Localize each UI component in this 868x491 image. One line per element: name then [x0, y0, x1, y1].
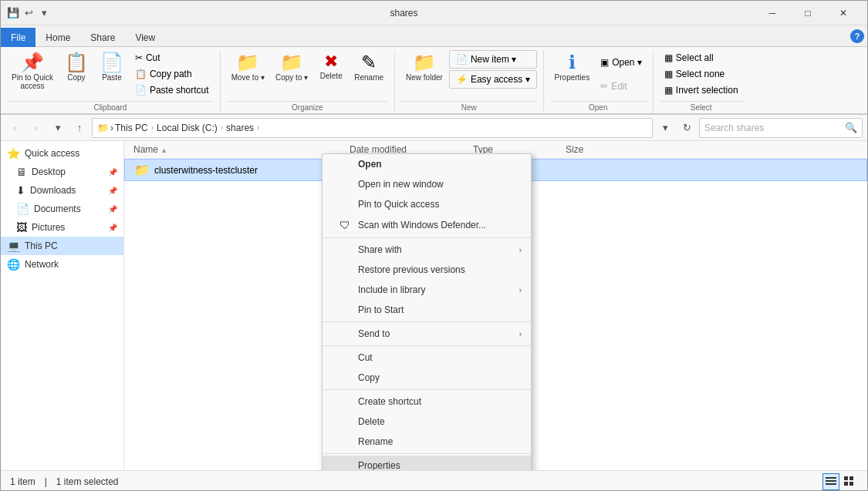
sidebar-item-downloads[interactable]: ⬇ Downloads 📌 [1, 181, 123, 200]
invert-icon: ▦ [664, 85, 673, 96]
refresh-button[interactable]: ↻ [677, 119, 696, 137]
select-all-icon: ▦ [664, 52, 673, 63]
cm-include-library[interactable]: Include in library › [323, 280, 531, 300]
paste-button[interactable]: 📄 Paste [95, 50, 129, 85]
copy-to-button[interactable]: 📁 Copy to ▾ [271, 50, 312, 85]
search-icon[interactable]: 🔍 [845, 122, 857, 133]
open-buttons: ℹ Properties ▣ Open ▾ ✏ Edit [550, 50, 647, 99]
select-buttons: ▦ Select all ▦ Select none ▦ Invert sele… [660, 50, 743, 99]
sidebar-item-this-pc[interactable]: 💻 This PC [1, 237, 123, 255]
invert-selection-button[interactable]: ▦ Invert selection [660, 83, 743, 97]
tab-file[interactable]: File [1, 28, 35, 47]
title-bar: 💾 ↩ ▾ shares ─ □ ✕ [1, 1, 867, 25]
paste-shortcut-icon: 📄 [135, 85, 147, 96]
select-none-icon: ▦ [664, 69, 673, 79]
cm-scan-defender[interactable]: 🛡 Scan with Windows Defender... [323, 214, 531, 236]
select-none-button[interactable]: ▦ Select none [660, 67, 743, 81]
nav-bar: ‹ › ▾ ↑ 📁 › This PC › Local Disk (C:) › … [1, 115, 867, 141]
status-bar: 1 item | 1 item selected [1, 470, 867, 491]
open-label: Open [550, 101, 647, 113]
move-to-button[interactable]: 📁 Move to ▾ [227, 50, 269, 85]
header-size[interactable]: Size [566, 144, 643, 155]
sidebar-item-pictures[interactable]: 🖼 Pictures 📌 [1, 218, 123, 237]
cm-separator-3 [323, 345, 531, 346]
recent-button[interactable]: ▾ [49, 119, 67, 137]
folder-icon-small: 📁 [97, 123, 109, 133]
properties-button[interactable]: ℹ Properties [550, 50, 595, 85]
sidebar-item-quick-access[interactable]: ⭐ Quick access [1, 144, 123, 163]
cm-properties[interactable]: Properties [323, 456, 531, 470]
this-pc-icon: 💻 [7, 240, 20, 252]
header-name[interactable]: Name ▲ [133, 144, 350, 155]
copy-path-icon: 📋 [135, 69, 147, 79]
sidebar: ⭐ Quick access 🖥 Desktop 📌 ⬇ Downloads 📌… [1, 141, 124, 470]
close-button[interactable]: ✕ [826, 1, 861, 25]
dropdown-icon[interactable]: ▾ [38, 7, 50, 19]
search-bar[interactable]: Search shares 🔍 [699, 118, 863, 138]
details-view-button[interactable] [822, 473, 839, 490]
cm-pin-start[interactable]: Pin to Start [323, 300, 531, 320]
crumb-this-pc[interactable]: This PC [115, 123, 148, 133]
pin-quick-access-button[interactable]: 📌 Pin to Quickaccess [7, 50, 58, 93]
copy-path-button[interactable]: 📋 Copy path [130, 67, 214, 81]
quick-access-icon: ⭐ [7, 147, 20, 160]
delete-button[interactable]: ✖ Delete [314, 50, 348, 83]
ribbon-group-select: ▦ Select all ▦ Select none ▦ Invert sele… [654, 50, 749, 113]
new-folder-button[interactable]: 📁 New folder [401, 50, 448, 85]
ribbon: 📌 Pin to Quickaccess 📋 Copy 📄 Paste ✂ Cu… [1, 47, 867, 115]
help-button[interactable]: ? [850, 29, 864, 43]
item-count: 1 item [10, 476, 35, 487]
clipboard-small-group: ✂ Cut 📋 Copy path 📄 Paste shortcut [130, 50, 214, 98]
minimize-button[interactable]: ─ [755, 1, 790, 25]
cm-pin-quick-access[interactable]: Pin to Quick access [323, 194, 531, 214]
svg-rect-5 [844, 482, 848, 486]
cut-button[interactable]: ✂ Cut [130, 51, 214, 65]
cm-create-shortcut[interactable]: Create shortcut [323, 392, 531, 412]
sidebar-item-desktop[interactable]: 🖥 Desktop 📌 [1, 163, 123, 181]
copy-icon: 📋 [65, 53, 88, 72]
forward-button[interactable]: › [27, 119, 46, 137]
main-area: ⭐ Quick access 🖥 Desktop 📌 ⬇ Downloads 📌… [1, 141, 867, 470]
cm-delete[interactable]: Delete [323, 412, 531, 432]
svg-rect-3 [844, 476, 848, 480]
crumb-local-disk[interactable]: Local Disk (C:) [157, 123, 218, 133]
cm-share-with[interactable]: Share with › [323, 240, 531, 260]
cm-rename[interactable]: Rename [323, 432, 531, 452]
view-toggle [822, 473, 858, 490]
maximize-button[interactable]: □ [790, 1, 826, 25]
cm-separator-2 [323, 321, 531, 322]
cm-open[interactable]: Open [323, 154, 531, 174]
crumb-shares[interactable]: shares [226, 123, 254, 133]
downloads-icon: ⬇ [16, 184, 25, 197]
edit-button[interactable]: ✏ Edit [596, 79, 647, 93]
open-button[interactable]: ▣ Open ▾ [596, 55, 647, 69]
cm-copy[interactable]: Copy [323, 368, 531, 388]
ribbon-group-new: 📁 New folder 📄 New item ▾ ⚡ Easy access … [395, 50, 544, 113]
tab-home[interactable]: Home [35, 28, 80, 47]
cm-send-to[interactable]: Send to › [323, 324, 531, 344]
cm-restore-prev[interactable]: Restore previous versions [323, 260, 531, 280]
paste-shortcut-button[interactable]: 📄 Paste shortcut [130, 83, 214, 97]
copy-button[interactable]: 📋 Copy [59, 50, 93, 85]
up-button[interactable]: ↑ [70, 119, 89, 137]
rename-button[interactable]: ✎ Rename [350, 50, 388, 85]
open-small-group: ▣ Open ▾ ✏ Edit [596, 50, 647, 98]
save-icon[interactable]: 💾 [7, 7, 19, 19]
details-view-icon [826, 476, 836, 487]
sidebar-item-network[interactable]: 🌐 Network [1, 255, 123, 274]
cm-open-new-window[interactable]: Open in new window [323, 174, 531, 194]
undo-icon[interactable]: ↩ [22, 7, 35, 19]
sidebar-item-documents[interactable]: 📄 Documents 📌 [1, 200, 123, 218]
select-all-button[interactable]: ▦ Select all [660, 51, 743, 65]
address-bar[interactable]: 📁 › This PC › Local Disk (C:) › shares › [92, 118, 653, 138]
easy-access-button[interactable]: ⚡ Easy access ▾ [449, 70, 537, 89]
back-button[interactable]: ‹ [5, 119, 24, 137]
new-item-button[interactable]: 📄 New item ▾ [449, 50, 537, 69]
address-dropdown-button[interactable]: ▾ [656, 119, 674, 137]
svg-rect-1 [826, 480, 836, 482]
tab-view[interactable]: View [125, 28, 165, 47]
cm-cut[interactable]: Cut [323, 348, 531, 368]
clipboard-label: Clipboard [7, 101, 214, 113]
tab-share[interactable]: Share [80, 28, 125, 47]
large-icons-view-button[interactable] [841, 473, 858, 490]
